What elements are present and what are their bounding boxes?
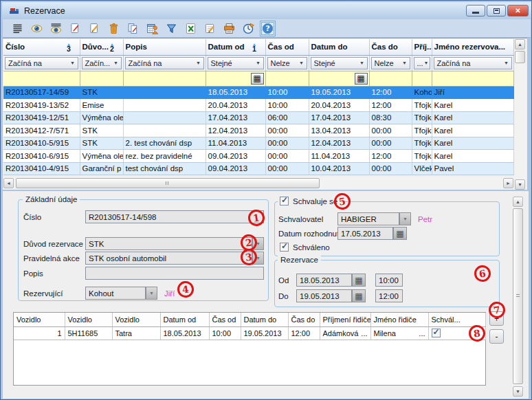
cislo-field[interactable]: R20130517-14/598 xyxy=(85,210,264,223)
column-header-cas-do[interactable]: Čas do xyxy=(369,39,412,55)
view-icon[interactable] xyxy=(29,21,45,36)
scroll-up-icon[interactable]: ▲ xyxy=(515,39,525,49)
column-header-cas-od[interactable]: Čas od xyxy=(265,39,309,55)
ellipsis-button[interactable]: ... xyxy=(361,329,367,337)
filter-dropdown-jmeno[interactable]: Začíná na▼ xyxy=(434,57,512,69)
calendar-icon[interactable]: ▦ xyxy=(352,274,366,287)
column-header-prijmeni[interactable]: Příj... xyxy=(412,39,432,55)
table-row[interactable]: R20130410-5/915STK2. test chování dsp 11… xyxy=(3,137,513,150)
search-input-datum-od[interactable]: ▦ xyxy=(206,71,265,86)
vehicle-column-header[interactable]: Datum do xyxy=(241,313,288,326)
column-header-datum-od[interactable]: Datum od▲1 xyxy=(206,39,265,55)
od-time-field[interactable]: 10:00 xyxy=(375,274,403,287)
schvaluje-se-checkbox-row[interactable]: Schvaluje se xyxy=(278,197,340,205)
vehicle-column-header[interactable]: Vozidlo xyxy=(14,313,65,326)
calendar-icon[interactable]: ▦ xyxy=(355,73,368,85)
pravidelna-akce-field[interactable]: STK osobní automobil xyxy=(85,252,252,265)
scroll-right-icon[interactable]: ► xyxy=(503,178,513,188)
column-header-duvod[interactable]: Důvo...▲2 xyxy=(80,39,123,55)
column-header-datum-do[interactable]: Datum do xyxy=(309,39,369,55)
schvaleno-row-checkbox[interactable] xyxy=(432,329,441,337)
edit-record-icon[interactable] xyxy=(87,21,102,36)
vehicle-column-header[interactable]: Jméno řidiče xyxy=(370,313,428,326)
scroll-down-icon[interactable]: ▼ xyxy=(515,179,525,190)
search-input-jmeno[interactable] xyxy=(432,71,513,86)
rezervujici-field[interactable]: Kohout xyxy=(85,287,146,300)
restore-button[interactable] xyxy=(487,5,506,16)
minimize-button[interactable] xyxy=(466,5,485,16)
scrollbar-thumb[interactable] xyxy=(16,178,320,188)
schvalovatel-field[interactable]: HABIGER xyxy=(337,212,399,225)
export-excel-icon[interactable] xyxy=(183,21,199,36)
search-input-prijmeni[interactable] xyxy=(412,71,432,86)
column-header-cislo[interactable]: Číslo▲3 xyxy=(3,39,80,55)
do-date-field[interactable]: 19.05.2013 xyxy=(296,289,352,302)
vehicle-column-header[interactable]: Vozidlo xyxy=(65,313,112,326)
vehicle-column-header[interactable]: Příjmení řidiče xyxy=(320,313,370,326)
table-row[interactable]: 1 5H11685 Tatra 18.05.2013 10:00 19.05.2… xyxy=(14,326,485,340)
rezervujici-dropdown-button[interactable]: ▼ xyxy=(146,287,157,300)
filter-dropdown-popis[interactable]: Začíná na▼ xyxy=(125,57,204,69)
filter-icon[interactable] xyxy=(164,21,179,36)
ellipsis-button[interactable]: ... xyxy=(419,329,425,337)
column-header-jmeno[interactable]: Jméno rezervova... xyxy=(432,39,513,55)
close-button[interactable]: ✕ xyxy=(507,5,529,16)
search-input-duvod[interactable] xyxy=(80,71,123,86)
filter-dropdown-datum-od[interactable]: Stejné▼ xyxy=(208,57,264,69)
duvod-rezervace-field[interactable]: STK xyxy=(85,237,252,250)
schvaleno-checkbox-row[interactable]: Schváleno xyxy=(278,243,332,252)
notes-icon[interactable] xyxy=(202,21,218,36)
search-input-cas-do[interactable] xyxy=(369,71,412,86)
filter-dropdown-cas-od[interactable]: Nelze▼ xyxy=(267,57,307,69)
list-icon[interactable] xyxy=(10,21,25,36)
search-input-cas-od[interactable] xyxy=(265,71,309,86)
copy-record-icon[interactable] xyxy=(125,21,141,36)
scrollbar-thumb[interactable] xyxy=(515,51,525,63)
schvaluje-se-checkbox[interactable] xyxy=(280,197,289,205)
table-row[interactable]: R20130419-12/51Výměna ole 17.04.201306:0… xyxy=(3,111,513,124)
calendar-icon[interactable]: ▦ xyxy=(393,227,407,240)
grid-horizontal-scrollbar[interactable]: ◄ ► xyxy=(3,177,513,189)
delete-record-icon[interactable] xyxy=(106,21,122,36)
scrollbar-thumb[interactable] xyxy=(513,208,523,384)
vehicle-column-header[interactable]: Vozidlo xyxy=(112,313,160,326)
search-input-popis[interactable] xyxy=(123,71,206,86)
vehicle-column-header[interactable]: Čas do xyxy=(288,313,320,326)
view-columns-icon[interactable] xyxy=(48,21,64,36)
scroll-down-icon[interactable]: ▼ xyxy=(513,386,523,397)
do-time-field[interactable]: 12:00 xyxy=(375,289,403,302)
help-icon[interactable]: ? xyxy=(260,21,276,36)
datum-rozhodnuti-field[interactable]: 17.05.2013 xyxy=(337,227,393,240)
table-row[interactable]: R20130419-13/52Emise 20.04.201310:0020.0… xyxy=(3,99,513,112)
assign-record-icon[interactable] xyxy=(144,21,160,36)
scroll-up-icon[interactable]: ▲ xyxy=(513,197,523,207)
calendar-icon[interactable]: ▦ xyxy=(352,289,366,302)
print-icon[interactable] xyxy=(221,21,237,36)
column-header-popis[interactable]: Popis xyxy=(123,39,206,55)
scroll-left-icon[interactable]: ◄ xyxy=(3,178,14,188)
grid-vertical-scrollbar[interactable]: ▲ ▼ xyxy=(514,39,526,190)
filter-dropdown-cislo[interactable]: Začíná na▼ xyxy=(5,57,78,69)
calendar-icon[interactable]: ▦ xyxy=(251,73,264,85)
filter-dropdown-cas-do[interactable]: Nelze▼ xyxy=(371,57,410,69)
search-input-cislo[interactable] xyxy=(3,71,80,86)
remove-vehicle-button[interactable]: - xyxy=(489,329,504,344)
popis-field[interactable] xyxy=(85,267,264,280)
filter-dropdown-prijmeni[interactable]: ...▼ xyxy=(414,57,430,69)
schvalovatel-dropdown-button[interactable]: ▼ xyxy=(399,212,411,225)
filter-dropdown-datum-do[interactable]: Stejné▼ xyxy=(311,57,368,69)
title-bar[interactable]: Rezervace ✕ xyxy=(2,2,531,19)
search-input-datum-do[interactable]: ▦ xyxy=(309,71,369,86)
od-date-field[interactable]: 18.05.2013 xyxy=(296,274,352,287)
vehicle-column-header[interactable]: Čas od xyxy=(209,313,241,326)
table-row[interactable]: R20130517-14/59STK 18.05.201310:0019.05.… xyxy=(3,86,513,99)
new-record-icon[interactable] xyxy=(67,21,83,36)
table-row[interactable]: R20130412-7/571STK 12.04.201300:0013.04.… xyxy=(3,124,513,137)
vehicle-column-header[interactable]: Datum od xyxy=(160,313,209,326)
table-row[interactable]: R20130410-6/915Výměna olerez. bez pravid… xyxy=(3,150,513,163)
table-row[interactable]: R20130410-4/915Garanční ptest chování ds… xyxy=(3,162,513,175)
filter-dropdown-duvod[interactable]: Začín...▼ xyxy=(82,57,122,69)
history-icon[interactable] xyxy=(241,21,256,36)
schvaleno-checkbox[interactable] xyxy=(280,243,289,252)
panel-vertical-scrollbar[interactable]: ▲ ▼ xyxy=(512,197,524,397)
